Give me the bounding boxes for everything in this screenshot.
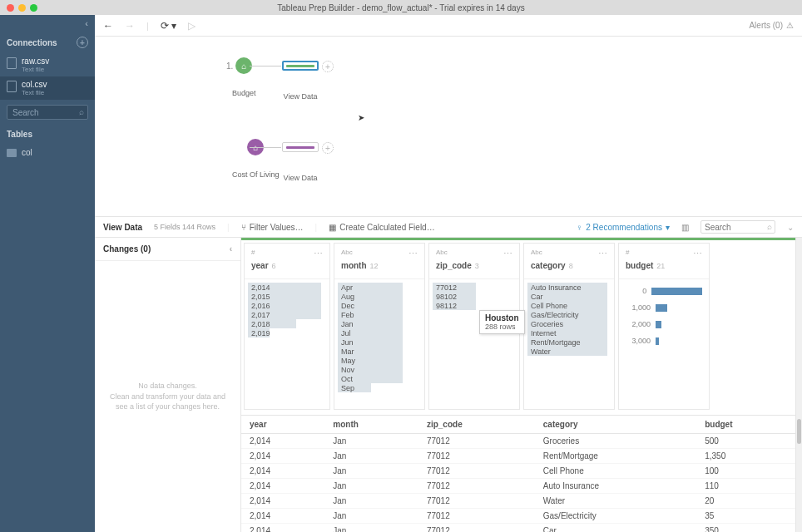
profile-bin[interactable]: 2,014 [248, 283, 326, 292]
filter-values-button[interactable]: ⑂ Filter Values… [241, 223, 304, 232]
profile-card-zip[interactable]: Abc⋯ zip_code3 770129810298112 Houston28… [428, 243, 520, 410]
scrollbar-vertical[interactable] [795, 238, 802, 532]
search-icon: ⌕ [79, 107, 84, 116]
view-toggle[interactable]: ▥ [681, 223, 689, 232]
connections-heading: Connections [7, 38, 57, 47]
minimize-window[interactable] [18, 4, 26, 12]
recommendations-button[interactable]: ♀ 2 Recommendations ▾ [577, 223, 670, 232]
profile-search-input[interactable] [701, 220, 775, 234]
create-calc-button[interactable]: ▦ Create Calculated Field… [329, 223, 435, 232]
profile-card-year[interactable]: #⋯ year6 2,0142,0152,0162,0172,0182,019 [244, 243, 330, 410]
scroll-thumb[interactable] [797, 419, 801, 444]
chevron-down-icon: ▾ [666, 223, 670, 232]
profile-bin[interactable]: Water [527, 347, 611, 356]
input-node-col[interactable]: ⌂ Cost Of Living [232, 139, 280, 179]
table-item[interactable]: col [0, 144, 95, 161]
step-node-viewdata2[interactable]: View Data [282, 142, 319, 182]
profile-bin[interactable]: Car [527, 292, 611, 301]
histogram-bin[interactable]: 1,000 [626, 299, 702, 316]
sidebar-search-input[interactable] [7, 105, 88, 120]
profile-bin[interactable]: Mar [338, 347, 421, 356]
profile-bin[interactable]: 2,015 [248, 292, 326, 301]
profile-bin[interactable]: Cell Phone [527, 301, 611, 310]
add-step-button[interactable]: + [322, 142, 334, 154]
window-controls [7, 4, 37, 12]
refresh-button[interactable]: ⟳ ▾ [161, 20, 176, 32]
card-menu[interactable]: ⋯ [693, 249, 702, 259]
alerts-indicator[interactable]: Alerts (0)⚠ [749, 21, 794, 30]
collapse-sidebar[interactable]: ‹ [0, 15, 95, 32]
profile-card-budget[interactable]: #⋯ budget21 01,0002,0003,000 [618, 243, 710, 410]
add-step-button[interactable]: + [322, 61, 334, 72]
card-menu[interactable]: ⋯ [408, 249, 418, 259]
flow-canvas[interactable]: 1. ⌂ Budget View Data + ⌂ Cost Of Living… [95, 37, 802, 216]
table-row[interactable]: 2,014Jan77012Cell Phone100 [241, 464, 795, 479]
profile-bin[interactable]: Gas/Electricity [527, 310, 611, 319]
profile-bin[interactable]: 2,019 [248, 328, 326, 337]
back-button[interactable]: ← [103, 20, 113, 32]
profile-bin[interactable]: Groceries [527, 319, 611, 328]
maximize-window[interactable] [30, 4, 37, 12]
histogram-bin[interactable]: 3,000 [626, 332, 702, 349]
profile-bin[interactable]: 2,017 [248, 310, 326, 319]
profile-bin[interactable]: 98102 [433, 292, 516, 301]
window-title: Tableau Prep Builder - demo_flow_actual*… [277, 3, 524, 12]
grid-header[interactable]: zip_code [418, 416, 535, 434]
close-window[interactable] [7, 4, 14, 12]
table-row[interactable]: 2,014Jan77012Car350 [241, 524, 795, 533]
grid-header[interactable]: month [324, 416, 418, 434]
connection-item[interactable]: raw.csv Text file [0, 53, 95, 76]
warning-icon: ⚠ [786, 21, 794, 30]
card-menu[interactable]: ⋯ [503, 249, 512, 259]
collapse-changes[interactable]: ‹ [230, 244, 232, 254]
sidebar: ‹ Connections + raw.csv Text file col.cs… [0, 15, 95, 532]
run-button[interactable]: ▷ [188, 20, 196, 32]
profile-bin[interactable]: Sep [338, 383, 421, 392]
step-node-viewdata[interactable]: View Data [282, 61, 319, 101]
profile-bin[interactable]: Aug [338, 292, 421, 301]
profile-bin[interactable]: Jul [338, 328, 421, 337]
expand-button[interactable]: ⌄ [787, 223, 794, 232]
profile-bin[interactable]: Oct [338, 374, 421, 383]
table-row[interactable]: 2,014Jan77012Gas/Electricity35 [241, 509, 795, 524]
grid-header[interactable]: budget [696, 416, 795, 434]
profile-bin[interactable]: 2,018 [248, 319, 326, 328]
grid-header[interactable]: year [241, 416, 324, 434]
forward-button[interactable]: → [125, 20, 135, 32]
profile-bin[interactable]: Nov [338, 365, 421, 374]
tables-heading: Tables [7, 130, 32, 139]
data-grid[interactable]: yearmonthzip_codecategorybudget2,014Jan7… [241, 415, 795, 532]
card-menu[interactable]: ⋯ [314, 249, 323, 259]
titlebar: Tableau Prep Builder - demo_flow_actual*… [0, 0, 802, 15]
histogram-bin[interactable]: 0 [626, 283, 702, 299]
profile-bin[interactable]: Internet [527, 328, 611, 337]
card-menu[interactable]: ⋯ [598, 249, 607, 259]
histogram-bin[interactable]: 2,000 [626, 316, 702, 332]
profile-bin[interactable]: Jan [338, 319, 421, 328]
table-row[interactable]: 2,014Jan77012Auto Insurance110 [241, 479, 795, 494]
profile-bin[interactable]: Auto Insurance [527, 283, 611, 292]
connection-item[interactable]: col.csv Text file [0, 76, 95, 100]
profile-card-month[interactable]: Abc⋯ month12 AprAugDecFebJanJulJunMarMay… [334, 243, 425, 410]
table-row[interactable]: 2,014Jan77012Groceries500 [241, 434, 795, 449]
profile-bin[interactable]: 77012 [433, 283, 516, 292]
profile-bin[interactable]: Apr [338, 283, 421, 292]
grid-header[interactable]: category [535, 416, 696, 434]
profile-card-category[interactable]: Abc⋯ category8 Auto InsuranceCarCell Pho… [523, 243, 615, 410]
changes-empty: No data changes. Clean and transform you… [95, 261, 240, 532]
add-connection-button[interactable]: + [77, 37, 88, 48]
profile-bin[interactable]: Feb [338, 310, 421, 319]
file-icon [7, 57, 17, 69]
profile-bin[interactable]: May [338, 356, 421, 365]
profile-bin[interactable]: Jun [338, 337, 421, 347]
filter-icon: ⑂ [241, 223, 246, 232]
profile-bin[interactable]: Dec [338, 301, 421, 310]
profile-title: View Data [103, 223, 142, 232]
profile-bin[interactable]: Rent/Mortgage [527, 337, 611, 347]
input-node-budget[interactable]: ⌂ Budget [232, 57, 256, 97]
profile-toolbar: View Data 5 Fields 144 Rows | ⑂ Filter V… [95, 216, 802, 238]
profile-bin[interactable]: 98112 [433, 301, 516, 310]
table-row[interactable]: 2,014Jan77012Rent/Mortgage1,350 [241, 449, 795, 464]
profile-bin[interactable]: 2,016 [248, 301, 326, 310]
table-row[interactable]: 2,014Jan77012Water20 [241, 494, 795, 509]
